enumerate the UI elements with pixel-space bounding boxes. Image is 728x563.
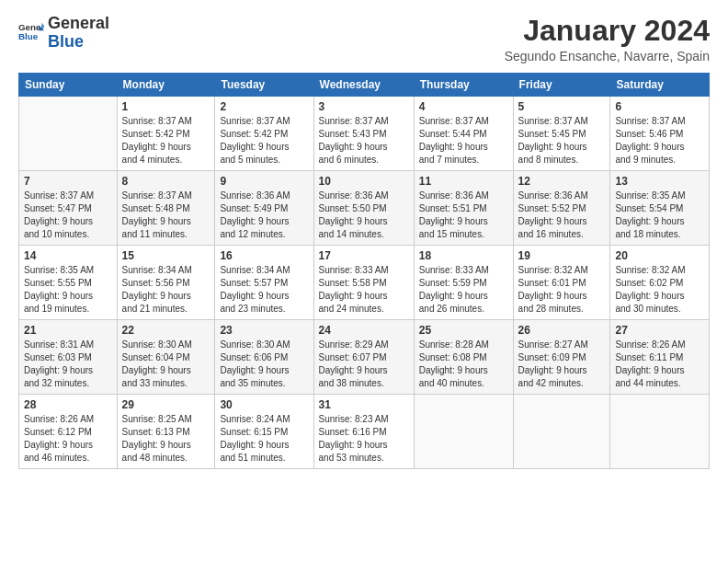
day-number: 20: [615, 249, 704, 262]
calendar-cell: [610, 395, 710, 469]
svg-text:Blue: Blue: [18, 31, 39, 41]
calendar-cell: 20 Sunrise: 8:32 AM Sunset: 6:02 PM Dayl…: [610, 246, 710, 320]
col-thursday: Thursday: [414, 74, 513, 97]
day-info: Sunrise: 8:36 AM Sunset: 5:49 PM Dayligh…: [220, 190, 308, 241]
calendar-cell: 3 Sunrise: 8:37 AM Sunset: 5:43 PM Dayli…: [313, 97, 414, 171]
calendar-cell: 8 Sunrise: 8:37 AM Sunset: 5:48 PM Dayli…: [117, 171, 215, 246]
calendar-cell: 30 Sunrise: 8:24 AM Sunset: 6:15 PM Dayl…: [215, 395, 313, 469]
calendar-cell: 21 Sunrise: 8:31 AM Sunset: 6:03 PM Dayl…: [19, 320, 118, 395]
calendar-cell: 5 Sunrise: 8:37 AM Sunset: 5:45 PM Dayli…: [513, 97, 610, 171]
page-container: General Blue General Blue January 2024 S…: [0, 0, 728, 563]
header-row: Sunday Monday Tuesday Wednesday Thursday…: [19, 74, 710, 97]
calendar-cell: 22 Sunrise: 8:30 AM Sunset: 6:04 PM Dayl…: [117, 320, 215, 395]
week-row-1: 7 Sunrise: 8:37 AM Sunset: 5:47 PM Dayli…: [19, 171, 710, 246]
calendar-cell: 11 Sunrise: 8:36 AM Sunset: 5:51 PM Dayl…: [414, 171, 513, 246]
col-monday: Monday: [117, 74, 215, 97]
day-info: Sunrise: 8:33 AM Sunset: 5:59 PM Dayligh…: [419, 264, 508, 316]
day-info: Sunrise: 8:35 AM Sunset: 5:55 PM Dayligh…: [24, 264, 112, 316]
day-number: 1: [122, 100, 210, 113]
day-info: Sunrise: 8:26 AM Sunset: 6:12 PM Dayligh…: [24, 413, 112, 465]
calendar-cell: 28 Sunrise: 8:26 AM Sunset: 6:12 PM Dayl…: [19, 395, 118, 469]
day-number: 19: [518, 249, 606, 262]
day-number: 24: [319, 324, 409, 337]
day-number: 4: [419, 100, 508, 113]
day-info: Sunrise: 8:37 AM Sunset: 5:45 PM Dayligh…: [518, 115, 606, 167]
day-info: Sunrise: 8:29 AM Sunset: 6:07 PM Dayligh…: [319, 339, 409, 390]
calendar-cell: 19 Sunrise: 8:32 AM Sunset: 6:01 PM Dayl…: [513, 246, 610, 320]
day-number: 6: [615, 100, 704, 113]
day-number: 21: [24, 324, 112, 337]
col-friday: Friday: [513, 74, 610, 97]
day-info: Sunrise: 8:37 AM Sunset: 5:47 PM Dayligh…: [24, 190, 112, 241]
calendar-cell: 29 Sunrise: 8:25 AM Sunset: 6:13 PM Dayl…: [117, 395, 215, 469]
calendar-body: 1 Sunrise: 8:37 AM Sunset: 5:42 PM Dayli…: [19, 97, 710, 469]
calendar-cell: 4 Sunrise: 8:37 AM Sunset: 5:44 PM Dayli…: [414, 97, 513, 171]
week-row-3: 21 Sunrise: 8:31 AM Sunset: 6:03 PM Dayl…: [19, 320, 710, 395]
calendar-cell: 7 Sunrise: 8:37 AM Sunset: 5:47 PM Dayli…: [19, 171, 118, 246]
col-tuesday: Tuesday: [215, 74, 313, 97]
day-number: 28: [24, 398, 112, 411]
day-info: Sunrise: 8:37 AM Sunset: 5:48 PM Dayligh…: [122, 190, 210, 241]
header: General Blue General Blue January 2024 S…: [18, 15, 710, 63]
calendar-cell: 26 Sunrise: 8:27 AM Sunset: 6:09 PM Dayl…: [513, 320, 610, 395]
day-info: Sunrise: 8:30 AM Sunset: 6:06 PM Dayligh…: [220, 339, 308, 390]
day-info: Sunrise: 8:34 AM Sunset: 5:56 PM Dayligh…: [122, 264, 210, 316]
calendar-table: Sunday Monday Tuesday Wednesday Thursday…: [18, 73, 710, 469]
calendar-cell: [513, 395, 610, 469]
day-info: Sunrise: 8:36 AM Sunset: 5:50 PM Dayligh…: [319, 190, 409, 241]
day-info: Sunrise: 8:37 AM Sunset: 5:43 PM Dayligh…: [319, 115, 409, 167]
calendar-cell: 31 Sunrise: 8:23 AM Sunset: 6:16 PM Dayl…: [313, 395, 414, 469]
day-number: 25: [419, 324, 508, 337]
calendar-cell: 25 Sunrise: 8:28 AM Sunset: 6:08 PM Dayl…: [414, 320, 513, 395]
day-info: Sunrise: 8:32 AM Sunset: 6:01 PM Dayligh…: [518, 264, 606, 316]
subtitle: Segundo Ensanche, Navarre, Spain: [505, 49, 710, 63]
day-info: Sunrise: 8:23 AM Sunset: 6:16 PM Dayligh…: [319, 413, 409, 465]
calendar-cell: 2 Sunrise: 8:37 AM Sunset: 5:42 PM Dayli…: [215, 97, 313, 171]
calendar-cell: 16 Sunrise: 8:34 AM Sunset: 5:57 PM Dayl…: [215, 246, 313, 320]
day-info: Sunrise: 8:25 AM Sunset: 6:13 PM Dayligh…: [122, 413, 210, 465]
day-number: 3: [319, 100, 409, 113]
calendar-cell: [414, 395, 513, 469]
day-info: Sunrise: 8:37 AM Sunset: 5:42 PM Dayligh…: [122, 115, 210, 167]
day-number: 18: [419, 249, 508, 262]
logo-text: General Blue: [48, 15, 109, 52]
day-number: 9: [220, 175, 308, 188]
calendar-cell: 1 Sunrise: 8:37 AM Sunset: 5:42 PM Dayli…: [117, 97, 215, 171]
day-info: Sunrise: 8:27 AM Sunset: 6:09 PM Dayligh…: [518, 339, 606, 390]
day-info: Sunrise: 8:37 AM Sunset: 5:42 PM Dayligh…: [220, 115, 308, 167]
logo-icon: General Blue: [18, 20, 44, 46]
day-number: 2: [220, 100, 308, 113]
calendar-cell: 17 Sunrise: 8:33 AM Sunset: 5:58 PM Dayl…: [313, 246, 414, 320]
day-info: Sunrise: 8:30 AM Sunset: 6:04 PM Dayligh…: [122, 339, 210, 390]
day-number: 30: [220, 398, 308, 411]
day-number: 10: [319, 175, 409, 188]
col-wednesday: Wednesday: [313, 74, 414, 97]
day-number: 5: [518, 100, 606, 113]
day-info: Sunrise: 8:34 AM Sunset: 5:57 PM Dayligh…: [220, 264, 308, 316]
day-number: 23: [220, 324, 308, 337]
week-row-2: 14 Sunrise: 8:35 AM Sunset: 5:55 PM Dayl…: [19, 246, 710, 320]
day-info: Sunrise: 8:24 AM Sunset: 6:15 PM Dayligh…: [220, 413, 308, 465]
calendar-cell: 12 Sunrise: 8:36 AM Sunset: 5:52 PM Dayl…: [513, 171, 610, 246]
logo: General Blue General Blue: [18, 15, 109, 52]
title-area: January 2024 Segundo Ensanche, Navarre, …: [505, 15, 710, 63]
day-number: 15: [122, 249, 210, 262]
calendar-cell: 6 Sunrise: 8:37 AM Sunset: 5:46 PM Dayli…: [610, 97, 710, 171]
day-info: Sunrise: 8:28 AM Sunset: 6:08 PM Dayligh…: [419, 339, 508, 390]
day-number: 17: [319, 249, 409, 262]
day-number: 27: [615, 324, 704, 337]
col-sunday: Sunday: [19, 74, 118, 97]
day-number: 14: [24, 249, 112, 262]
day-info: Sunrise: 8:37 AM Sunset: 5:46 PM Dayligh…: [615, 115, 704, 167]
day-number: 26: [518, 324, 606, 337]
day-info: Sunrise: 8:35 AM Sunset: 5:54 PM Dayligh…: [615, 190, 704, 241]
calendar-cell: 13 Sunrise: 8:35 AM Sunset: 5:54 PM Dayl…: [610, 171, 710, 246]
calendar-cell: [19, 97, 118, 171]
day-info: Sunrise: 8:36 AM Sunset: 5:52 PM Dayligh…: [518, 190, 606, 241]
calendar-cell: 23 Sunrise: 8:30 AM Sunset: 6:06 PM Dayl…: [215, 320, 313, 395]
calendar-cell: 24 Sunrise: 8:29 AM Sunset: 6:07 PM Dayl…: [313, 320, 414, 395]
calendar-cell: 18 Sunrise: 8:33 AM Sunset: 5:59 PM Dayl…: [414, 246, 513, 320]
day-number: 11: [419, 175, 508, 188]
calendar-cell: 14 Sunrise: 8:35 AM Sunset: 5:55 PM Dayl…: [19, 246, 118, 320]
day-info: Sunrise: 8:32 AM Sunset: 6:02 PM Dayligh…: [615, 264, 704, 316]
